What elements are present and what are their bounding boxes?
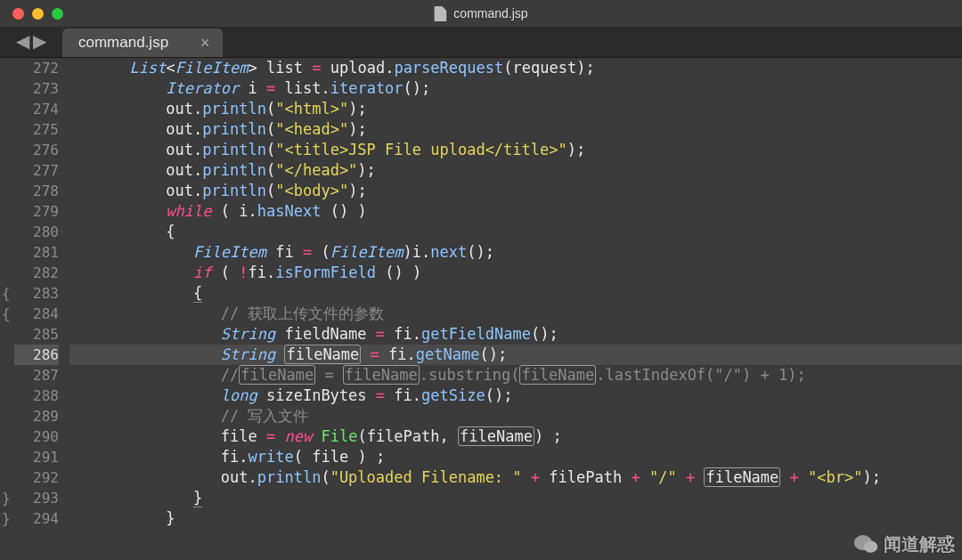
line-number: 281	[14, 242, 59, 263]
fold-mark-open[interactable]: {	[2, 304, 11, 324]
line-number: 282	[14, 263, 59, 283]
line-number: 283	[14, 283, 59, 304]
line-number: 288	[14, 386, 59, 406]
file-icon	[434, 6, 446, 21]
line-number: 287	[14, 365, 59, 386]
code-line: Iterator i = list.iterator();	[69, 78, 962, 99]
line-number: 278	[14, 181, 59, 201]
tab-strip: ◀ ▶ command.jsp ×	[0, 27, 962, 58]
code-line: String fieldName = fi.getFieldName();	[69, 324, 962, 345]
code-editor[interactable]: { { } } 272 273 274 275 276 277 278 279 …	[0, 58, 962, 560]
wechat-icon	[853, 533, 878, 555]
code-line: }	[69, 508, 962, 529]
nav-back-button[interactable]: ◀	[16, 30, 29, 52]
line-number: 284	[14, 304, 59, 324]
line-number: 272	[14, 58, 59, 78]
watermark-text: 闻道解惑	[884, 534, 955, 555]
nav-arrows: ◀ ▶	[0, 30, 62, 57]
code-line: out.println("<head>");	[69, 119, 962, 140]
line-number-gutter: 272 273 274 275 276 277 278 279 280 281 …	[14, 58, 69, 560]
code-line: //fileName = fileName.substring(fileName…	[69, 365, 962, 386]
watermark: 闻道解惑	[853, 533, 955, 555]
window-title: command.jsp	[434, 6, 527, 21]
line-number: 275	[14, 119, 59, 140]
line-number: 290	[14, 426, 59, 447]
fold-mark-close[interactable]: }	[2, 508, 11, 529]
line-number: 289	[14, 406, 59, 426]
tab-label: command.jsp	[78, 34, 168, 52]
code-line: out.println("</head>");	[69, 160, 962, 181]
title-bar: command.jsp	[0, 0, 962, 27]
fold-mark-open[interactable]: {	[2, 283, 11, 304]
code-line: if ( !fi.isFormField () )	[69, 263, 962, 283]
fold-mark-close[interactable]: }	[2, 488, 11, 508]
line-number: 292	[14, 467, 59, 488]
line-number: 291	[14, 447, 59, 467]
code-line: FileItem fi = (FileItem)i.next();	[69, 242, 962, 263]
zoom-window-button[interactable]	[52, 8, 63, 20]
minimize-window-button[interactable]	[32, 8, 44, 20]
fold-column: { { } }	[0, 58, 14, 560]
svg-point-1	[864, 541, 878, 553]
code-line: {	[69, 283, 962, 304]
code-line: out.println("<title>JSP File upload</tit…	[69, 140, 962, 160]
code-line: file = new File(filePath, fileName) ;	[69, 426, 962, 447]
line-number: 285	[14, 324, 59, 345]
line-number: 279	[14, 201, 59, 222]
code-line: long sizeInBytes = fi.getSize();	[69, 386, 962, 406]
code-line: // 写入文件	[69, 406, 962, 426]
line-number: 273	[14, 78, 59, 99]
code-line: out.println("Uploaded Filename: " + file…	[69, 467, 962, 488]
code-line: String fileName = fi.getName();	[69, 345, 962, 365]
code-line: while ( i.hasNext () )	[69, 201, 962, 222]
close-window-button[interactable]	[12, 8, 24, 20]
code-line: List<FileItem> list = upload.parseReques…	[69, 58, 962, 78]
line-number: 286	[14, 345, 59, 365]
line-number: 276	[14, 140, 59, 160]
tab-command-jsp[interactable]: command.jsp ×	[62, 28, 223, 57]
code-line: // 获取上传文件的参数	[69, 304, 962, 324]
code-line: out.println("<html>");	[69, 99, 962, 119]
line-number: 274	[14, 99, 59, 119]
line-number: 294	[14, 508, 59, 529]
tab-close-button[interactable]: ×	[200, 34, 210, 53]
code-line: }	[69, 488, 962, 508]
line-number: 277	[14, 160, 59, 181]
nav-forward-button[interactable]: ▶	[33, 30, 46, 52]
window-controls	[0, 8, 63, 20]
code-area[interactable]: List<FileItem> list = upload.parseReques…	[69, 58, 962, 560]
code-line: fi.write( file ) ;	[69, 447, 962, 467]
code-line: out.println("<body>");	[69, 181, 962, 201]
line-number: 293	[14, 488, 59, 508]
code-line: {	[69, 222, 962, 242]
line-number: 280	[14, 222, 59, 242]
window-title-text: command.jsp	[453, 6, 527, 20]
